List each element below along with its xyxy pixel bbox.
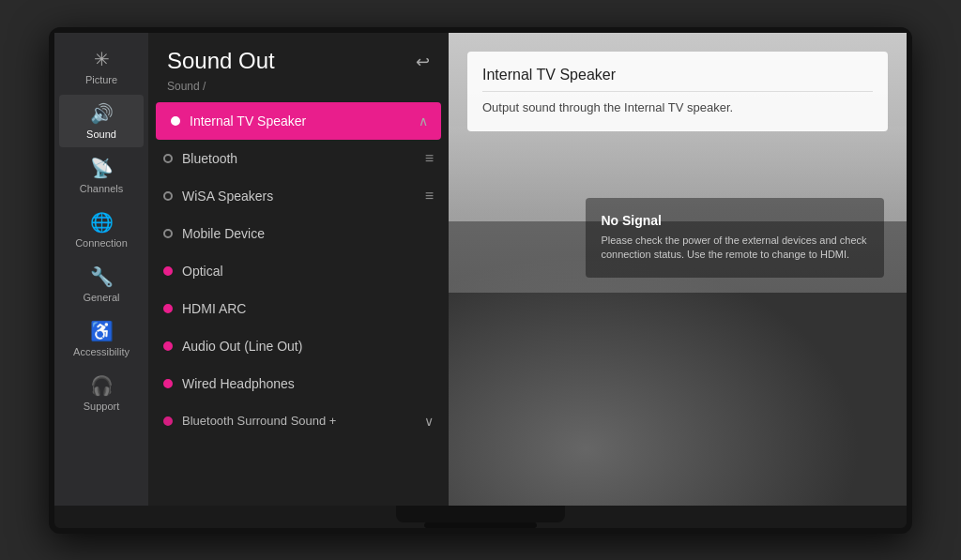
tv-frame: ✳ Picture 🔊 Sound 📡 Channels 🌐 Connectio…: [49, 27, 912, 534]
svg-point-2: [449, 352, 559, 470]
no-signal-overlay: No Signal Please check the power of the …: [586, 198, 883, 278]
scroll-down-icon: ∨: [424, 414, 434, 429]
svg-point-5: [784, 357, 907, 488]
tv-stand: [396, 506, 565, 522]
sidebar-label-sound: Sound: [86, 129, 116, 140]
menu-item-internal-tv-speaker[interactable]: Internal TV Speaker ∧: [156, 102, 441, 140]
svg-point-4: [618, 316, 855, 481]
sidebar-item-support[interactable]: 🎧 Support: [59, 367, 144, 419]
sidebar-label-channels: Channels: [80, 183, 123, 194]
sidebar: ✳ Picture 🔊 Sound 📡 Channels 🌐 Connectio…: [54, 33, 148, 506]
sidebar-label-general: General: [83, 292, 119, 303]
radio-mobile-device: [163, 229, 173, 238]
item-label-bluetooth-surround: Bluetooth Surround Sound +: [182, 414, 417, 428]
radio-wisa-speakers: [163, 191, 173, 201]
info-panel: Internal TV Speaker Output sound through…: [449, 33, 907, 506]
info-card: Internal TV Speaker Output sound through…: [467, 52, 888, 131]
info-card-description: Output sound through the Internal TV spe…: [482, 99, 873, 116]
menu-title: Sound Out: [167, 48, 275, 74]
item-label-optical: Optical: [182, 264, 434, 279]
menu-item-audio-out[interactable]: Audio Out (Line Out): [148, 327, 449, 365]
chevron-up-icon: ∧: [419, 114, 428, 129]
sidebar-item-channels[interactable]: 📡 Channels: [59, 149, 144, 202]
item-label-hdmi-arc: HDMI ARC: [182, 301, 434, 316]
tv-screen: ✳ Picture 🔊 Sound 📡 Channels 🌐 Connectio…: [54, 33, 907, 506]
radio-bluetooth: [163, 154, 173, 163]
item-label-wisa-speakers: WiSA Speakers: [182, 189, 418, 204]
channels-icon: 📡: [90, 157, 114, 179]
item-label-wired-headphones: Wired Headphones: [182, 376, 434, 391]
item-label-audio-out: Audio Out (Line Out): [182, 339, 434, 354]
picture-icon: ✳: [94, 48, 110, 70]
accessibility-icon: ♿: [90, 320, 114, 342]
menu-items-list: Internal TV Speaker ∧ Bluetooth ≡ WiSA S…: [148, 102, 449, 506]
menu-header: Sound Out ↩: [148, 33, 449, 80]
sidebar-item-accessibility[interactable]: ♿ Accessibility: [59, 312, 144, 365]
sidebar-item-sound[interactable]: 🔊 Sound: [59, 95, 144, 147]
connection-icon: 🌐: [90, 211, 114, 234]
svg-point-7: [536, 434, 819, 506]
radio-hdmi-arc: [163, 304, 173, 313]
sound-icon: 🔊: [90, 102, 114, 125]
svg-point-3: [488, 363, 701, 505]
menu-item-wisa-speakers[interactable]: WiSA Speakers ≡: [148, 177, 449, 215]
back-button[interactable]: ↩: [416, 52, 430, 72]
menu-icon-wisa: ≡: [425, 188, 434, 204]
radio-wired-headphones: [163, 379, 173, 388]
menu-item-bluetooth[interactable]: Bluetooth ≡: [148, 140, 449, 177]
svg-point-10: [749, 416, 844, 476]
no-signal-description: Please check the power of the external d…: [601, 234, 868, 263]
support-icon: 🎧: [90, 374, 114, 397]
menu-panel: Sound Out ↩ Sound / Internal TV Speaker …: [148, 33, 449, 506]
menu-icon-bluetooth: ≡: [425, 150, 434, 167]
menu-item-optical[interactable]: Optical: [148, 252, 449, 290]
info-card-title: Internal TV Speaker: [482, 67, 873, 83]
menu-item-hdmi-arc[interactable]: HDMI ARC: [148, 290, 449, 327]
menu-item-mobile-device[interactable]: Mobile Device: [148, 215, 449, 252]
menu-item-bluetooth-surround[interactable]: Bluetooth Surround Sound + ∨: [148, 402, 449, 440]
general-icon: 🔧: [90, 265, 114, 288]
radio-optical: [163, 266, 173, 276]
no-signal-title: No Signal: [601, 213, 868, 228]
sidebar-label-connection: Connection: [75, 237, 128, 249]
radio-bluetooth-surround: [163, 416, 173, 426]
sidebar-item-general[interactable]: 🔧 General: [59, 258, 144, 310]
item-label-internal-tv-speaker: Internal TV Speaker: [190, 114, 426, 129]
item-label-mobile-device: Mobile Device: [182, 226, 434, 241]
menu-breadcrumb: Sound /: [148, 80, 449, 102]
sidebar-label-accessibility: Accessibility: [73, 346, 130, 357]
item-label-bluetooth: Bluetooth: [182, 151, 418, 166]
sidebar-label-support: Support: [84, 401, 120, 412]
radio-internal-tv-speaker: [171, 116, 180, 126]
menu-item-wired-headphones[interactable]: Wired Headphones: [148, 365, 449, 402]
svg-point-9: [500, 434, 572, 481]
tv-base: [424, 522, 537, 528]
svg-point-8: [855, 416, 907, 506]
radio-audio-out: [163, 341, 173, 351]
svg-point-6: [449, 434, 512, 506]
sidebar-item-picture[interactable]: ✳ Picture: [59, 40, 144, 93]
sidebar-item-connection[interactable]: 🌐 Connection: [59, 204, 144, 256]
svg-point-11: [589, 366, 648, 408]
sidebar-label-picture: Picture: [85, 74, 117, 85]
